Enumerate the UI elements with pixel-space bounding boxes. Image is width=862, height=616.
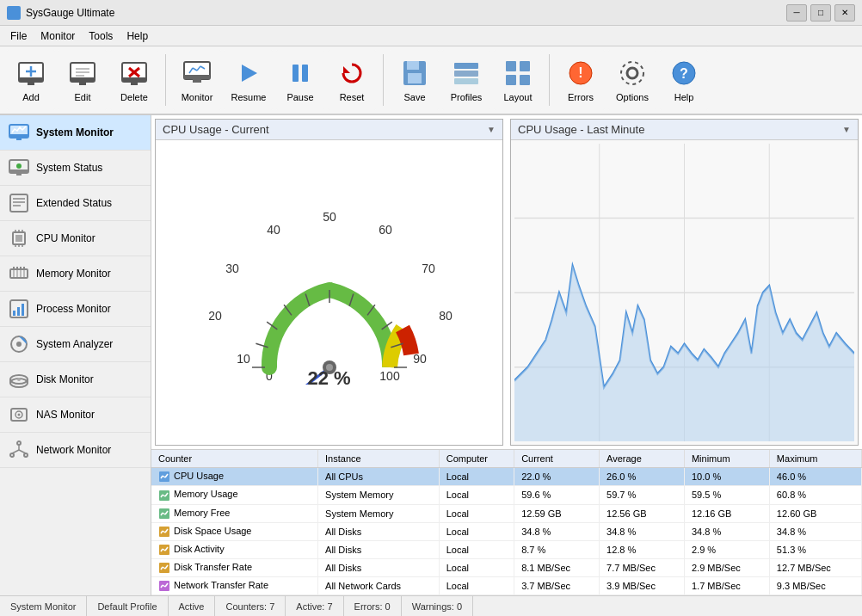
profiles-icon bbox=[451, 58, 482, 89]
status-counters: Counters: 7 bbox=[215, 596, 286, 616]
table-header-row: Counter Instance Computer Current Averag… bbox=[151, 450, 862, 468]
profiles-button[interactable]: Profiles bbox=[442, 50, 490, 110]
layout-button[interactable]: Layout bbox=[494, 50, 542, 110]
menu-help[interactable]: Help bbox=[120, 28, 155, 44]
add-label: Add bbox=[22, 92, 40, 102]
col-instance: Instance bbox=[318, 450, 440, 468]
status-errors: Errors: 0 bbox=[344, 596, 402, 616]
main-layout: System Monitor System Status Extended St… bbox=[0, 115, 862, 595]
sidebar-item-memory-monitor[interactable]: Memory Monitor bbox=[0, 256, 151, 292]
svg-line-89 bbox=[12, 450, 19, 453]
svg-rect-25 bbox=[302, 65, 308, 82]
process-monitor-icon bbox=[9, 299, 29, 319]
menu-monitor[interactable]: Monitor bbox=[34, 28, 82, 44]
menu-bar: File Monitor Tools Help bbox=[0, 26, 862, 46]
sidebar-item-label: System Analyzer bbox=[36, 338, 113, 350]
sidebar-item-label: Extended Status bbox=[36, 197, 112, 209]
sidebar-item-network-monitor[interactable]: Network Monitor bbox=[0, 433, 151, 468]
sidebar-item-disk-monitor[interactable]: Disk Monitor bbox=[0, 362, 151, 397]
options-button[interactable]: Options bbox=[608, 50, 656, 110]
sidebar-item-process-monitor[interactable]: Process Monitor bbox=[0, 292, 151, 327]
sidebar-item-system-analyzer[interactable]: System Analyzer bbox=[0, 327, 151, 362]
cell-instance: System Memory bbox=[318, 504, 440, 522]
svg-rect-45 bbox=[16, 138, 22, 140]
status-active: Active bbox=[169, 596, 216, 616]
panel-title-right: CPU Usage - Last Minute bbox=[518, 123, 644, 136]
svg-rect-44 bbox=[9, 134, 28, 138]
table-row[interactable]: Memory Free System Memory Local 12.59 GB… bbox=[151, 504, 862, 522]
svg-rect-48 bbox=[16, 173, 22, 176]
col-computer: Computer bbox=[439, 450, 514, 468]
cell-minimum: 2.9 % bbox=[684, 540, 769, 558]
monitor-button[interactable]: Monitor bbox=[173, 50, 221, 110]
delete-button[interactable]: Delete bbox=[110, 50, 158, 110]
status-bar: System Monitor Default Profile Active Co… bbox=[0, 595, 862, 616]
cell-current: 59.6 % bbox=[514, 486, 600, 504]
svg-point-87 bbox=[24, 453, 28, 457]
errors-button[interactable]: ! Errors bbox=[557, 50, 605, 110]
help-icon: ? bbox=[668, 58, 699, 89]
reset-button[interactable]: Reset bbox=[328, 50, 376, 110]
cell-average: 59.7 % bbox=[600, 486, 685, 504]
row-icon bbox=[158, 580, 170, 592]
svg-marker-26 bbox=[343, 66, 350, 73]
cell-computer: Local bbox=[439, 576, 514, 594]
window-title: SysGauge Ultimate bbox=[26, 7, 114, 19]
svg-rect-12 bbox=[122, 77, 146, 82]
close-button[interactable]: ✕ bbox=[834, 4, 855, 22]
cell-computer: Local bbox=[439, 504, 514, 522]
profiles-label: Profiles bbox=[451, 92, 483, 102]
toolbar-sep-3 bbox=[549, 54, 550, 106]
cell-counter: Memory Free bbox=[151, 504, 318, 522]
menu-file[interactable]: File bbox=[3, 28, 34, 44]
cell-minimum: 12.16 GB bbox=[684, 504, 769, 522]
save-button[interactable]: Save bbox=[391, 50, 439, 110]
edit-icon bbox=[67, 58, 98, 89]
sidebar-item-extended-status[interactable]: Extended Status bbox=[0, 186, 151, 221]
resume-button[interactable]: Resume bbox=[225, 50, 273, 110]
svg-text:20: 20 bbox=[208, 309, 222, 323]
pause-icon bbox=[285, 58, 316, 89]
cell-counter: Disk Space Usage bbox=[151, 522, 318, 540]
cell-current: 34.8 % bbox=[514, 522, 600, 540]
table-row[interactable]: Disk Transfer Rate All Disks Local 8.1 M… bbox=[151, 558, 862, 576]
cell-counter: Network Transfer Rate bbox=[151, 576, 318, 594]
maximize-button[interactable]: □ bbox=[810, 4, 831, 22]
cell-average: 7.7 MB/Sec bbox=[600, 558, 685, 576]
title-bar-left: SysGauge Ultimate bbox=[7, 6, 114, 20]
sidebar-item-label: Disk Monitor bbox=[36, 373, 94, 385]
sidebar-item-nas-monitor[interactable]: NAS Monitor bbox=[0, 397, 151, 433]
save-label: Save bbox=[403, 92, 425, 102]
table-row[interactable]: Disk Activity All Disks Local 8.7 % 12.8… bbox=[151, 540, 862, 558]
minimize-button[interactable]: ─ bbox=[786, 4, 807, 22]
sidebar-item-cpu-monitor[interactable]: CPU Monitor bbox=[0, 221, 151, 256]
sidebar-item-system-status[interactable]: System Status bbox=[0, 151, 151, 186]
table-row[interactable]: Disk Space Usage All Disks Local 34.8 % … bbox=[151, 522, 862, 540]
table-row[interactable]: Memory Usage System Memory Local 59.6 % … bbox=[151, 486, 862, 504]
help-button[interactable]: ? Help bbox=[660, 50, 708, 110]
cell-average: 3.9 MB/Sec bbox=[600, 576, 685, 594]
svg-rect-6 bbox=[71, 77, 95, 82]
table-row[interactable]: CPU Usage All CPUs Local 22.0 % 26.0 % 1… bbox=[151, 468, 862, 486]
sidebar-item-label: CPU Monitor bbox=[36, 232, 95, 244]
sidebar-item-system-monitor[interactable]: System Monitor bbox=[0, 115, 151, 151]
edit-button[interactable]: Edit bbox=[58, 50, 107, 110]
cell-maximum: 46.0 % bbox=[769, 468, 861, 486]
menu-tools[interactable]: Tools bbox=[82, 28, 120, 44]
cell-counter: Disk Activity bbox=[151, 540, 318, 558]
cell-instance: All Disks bbox=[318, 540, 440, 558]
panel-collapse-right[interactable]: ▼ bbox=[842, 125, 851, 134]
pause-button[interactable]: Pause bbox=[276, 50, 324, 110]
cell-instance: All CPUs bbox=[318, 468, 440, 486]
table-row[interactable]: Network Transfer Rate All Network Cards … bbox=[151, 576, 862, 594]
svg-point-40 bbox=[621, 62, 643, 84]
memory-monitor-icon bbox=[9, 263, 29, 284]
svg-point-84 bbox=[18, 414, 21, 416]
cpu-chart-panel: CPU Usage - Last Minute ▼ bbox=[510, 119, 859, 446]
panel-collapse-left[interactable]: ▼ bbox=[487, 125, 496, 134]
data-table: Counter Instance Computer Current Averag… bbox=[151, 450, 862, 595]
add-button[interactable]: Add bbox=[7, 50, 55, 110]
sidebar-item-label: Network Monitor bbox=[36, 444, 111, 456]
svg-rect-34 bbox=[520, 61, 530, 71]
svg-point-76 bbox=[16, 342, 22, 347]
